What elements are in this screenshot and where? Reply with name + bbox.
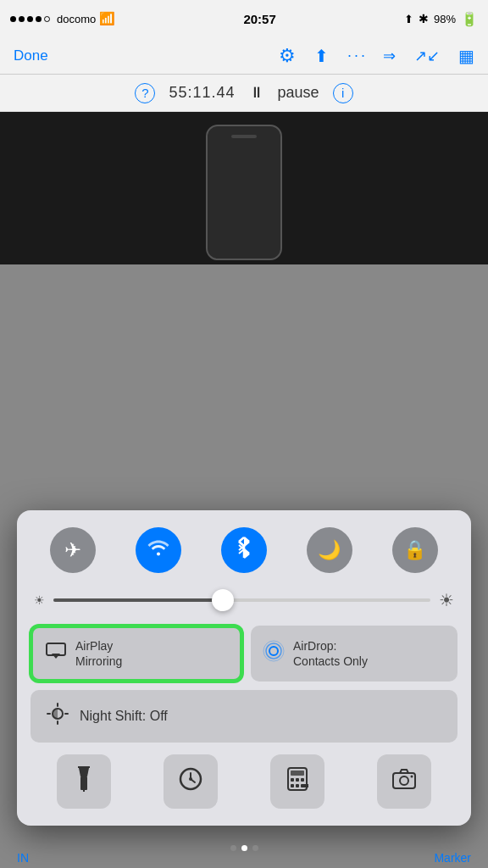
timer-display: 55:11.44 [169, 84, 235, 102]
svg-rect-29 [301, 778, 304, 782]
status-right: ⬆ ✱ 98% 🔋 [404, 11, 478, 27]
battery-label: 98% [434, 13, 456, 25]
rotation-lock-icon: 🔒 [403, 539, 426, 561]
svg-marker-18 [79, 768, 89, 776]
bottom-tabs: IN Marker [0, 851, 488, 865]
svg-rect-32 [301, 784, 308, 787]
signal-dot-2 [19, 16, 25, 22]
brightness-high-icon: ☀ [439, 590, 454, 610]
battery-icon: 🔋 [461, 11, 478, 27]
location-icon: ⬆ [404, 13, 413, 25]
status-left: docomo 📶 [10, 11, 115, 26]
svg-rect-31 [296, 784, 299, 787]
control-center-panel: ✈ [17, 510, 471, 826]
pause-label[interactable]: pause [278, 84, 319, 102]
night-shift-icon [46, 702, 69, 731]
clock-icon [179, 767, 202, 797]
tab-in-label[interactable]: IN [17, 851, 29, 865]
svg-point-10 [266, 643, 281, 659]
wifi-status-icon: 📶 [99, 11, 115, 26]
brightness-row: ☀ ☀ [30, 590, 458, 610]
night-shift-label: Night Shift: Off [80, 709, 168, 724]
svg-rect-27 [291, 778, 294, 782]
wifi-icon [147, 538, 169, 562]
svg-rect-17 [80, 776, 87, 790]
bluetooth-button[interactable] [221, 527, 267, 573]
rotation-lock-button[interactable]: 🔒 [392, 527, 438, 573]
page-dot-1 [230, 845, 236, 851]
airplay-airdrop-row: AirPlay Mirroring AirDrop: Contacts Only [30, 626, 458, 682]
phone-display-area [0, 112, 488, 264]
pause-icon: ⏸ [249, 84, 264, 102]
bluetooth-icon [236, 536, 252, 565]
info-button[interactable]: i [333, 83, 353, 103]
brightness-fill [53, 598, 223, 602]
moon-icon: 🌙 [318, 539, 341, 561]
svg-point-24 [189, 777, 192, 781]
page-dot-2 [241, 845, 247, 851]
svg-point-35 [411, 775, 413, 777]
do-not-disturb-button[interactable]: 🌙 [307, 527, 352, 573]
done-button[interactable]: Done [14, 47, 48, 64]
svg-point-34 [400, 776, 408, 785]
signal-dots [10, 16, 50, 22]
toolbar: Done ⚙ ⬆ · · · ⇒ ↗↙ ▦ [0, 37, 488, 75]
help-button[interactable]: ? [135, 83, 155, 103]
flashlight-button[interactable] [57, 754, 111, 809]
signal-dot-5 [44, 16, 50, 22]
toggles-row: ✈ [30, 527, 458, 573]
airdrop-icon [263, 640, 285, 666]
toolbar-left[interactable]: Done [14, 47, 48, 64]
clock-button[interactable] [164, 754, 218, 809]
status-bar: docomo 📶 20:57 ⬆ ✱ 98% 🔋 [0, 0, 488, 37]
svg-rect-7 [47, 643, 65, 655]
arrow-right-icon[interactable]: ⇒ [383, 47, 396, 65]
airplane-icon: ✈ [64, 538, 81, 562]
grid-icon[interactable]: ▦ [458, 46, 474, 66]
svg-rect-26 [291, 771, 304, 776]
share-icon[interactable]: ⬆ [314, 46, 329, 66]
main-background [0, 112, 488, 264]
camera-icon [391, 768, 417, 796]
airplane-mode-button[interactable]: ✈ [50, 527, 96, 573]
airdrop-label: AirDrop: Contacts Only [293, 638, 368, 669]
airplay-mirroring-button[interactable]: AirPlay Mirroring [30, 626, 242, 682]
camera-button[interactable] [377, 754, 431, 809]
svg-point-9 [269, 647, 278, 655]
toolbar-icons: ⚙ ⬆ · · · ⇒ ↗↙ ▦ [279, 45, 474, 67]
signal-dot-1 [10, 16, 16, 22]
bluetooth-status-icon: ✱ [419, 12, 429, 25]
timer-dot-icon[interactable]: · · · [347, 47, 364, 64]
airplay-icon [45, 642, 67, 665]
signal-dot-3 [27, 16, 33, 22]
status-time: 20:57 [243, 12, 275, 26]
page-indicator [0, 845, 488, 851]
calculator-button[interactable] [270, 754, 324, 809]
svg-rect-28 [296, 778, 299, 782]
gear-icon[interactable]: ⚙ [279, 45, 296, 67]
phone-silhouette [206, 125, 282, 260]
flashlight-icon [75, 766, 93, 798]
bottom-icons-row [30, 751, 458, 812]
airdrop-button[interactable]: AirDrop: Contacts Only [251, 626, 458, 682]
tab-marker-label[interactable]: Marker [434, 851, 471, 865]
page-dot-3 [252, 845, 258, 851]
timer-bar: ? 55:11.44 ⏸ pause i [0, 75, 488, 112]
wifi-button[interactable] [136, 527, 181, 573]
brightness-low-icon: ☀ [34, 593, 45, 607]
svg-rect-30 [291, 784, 294, 787]
airplay-label: AirPlay Mirroring [75, 638, 122, 669]
brightness-slider[interactable] [53, 598, 430, 602]
calculator-icon [286, 766, 308, 798]
night-shift-button[interactable]: Night Shift: Off [30, 690, 458, 743]
arrows-out-icon[interactable]: ↗↙ [414, 47, 440, 65]
carrier-label: docomo [57, 13, 96, 25]
signal-dot-4 [36, 16, 42, 22]
brightness-thumb[interactable] [212, 589, 234, 611]
